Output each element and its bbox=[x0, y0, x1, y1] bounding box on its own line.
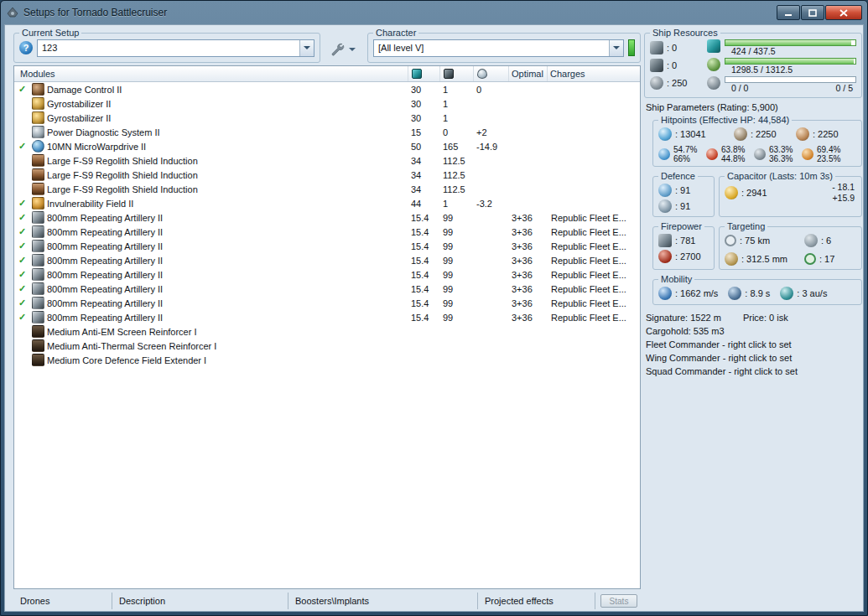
tab-drones[interactable]: Drones bbox=[13, 593, 112, 609]
module-cpu: 15.4 bbox=[408, 213, 440, 223]
cpu-usage-text: 424 / 437.5 bbox=[725, 46, 856, 57]
dropdown-arrow-icon bbox=[609, 40, 623, 56]
module-cpu: 15.4 bbox=[408, 298, 440, 308]
artillery-icon bbox=[32, 297, 44, 309]
powergrid-icon bbox=[707, 58, 720, 71]
character-select[interactable]: [All level V] bbox=[373, 39, 624, 57]
kinetic-armor-resist: 36.3% bbox=[769, 154, 793, 163]
module-powergrid: 112.5 bbox=[440, 184, 474, 194]
module-row[interactable]: ✓ 800mm Repeating Artillery II 15.4 99 3… bbox=[14, 253, 640, 267]
tab-boosters-implants[interactable]: Boosters\Implants bbox=[288, 593, 478, 609]
module-row[interactable]: Gyrostabilizer II 30 1 bbox=[14, 111, 640, 125]
module-cpu: 34 bbox=[408, 156, 440, 166]
bottom-tab-bar: Drones Description Boosters\Implants Pro… bbox=[13, 593, 641, 609]
artillery-icon bbox=[32, 211, 44, 224]
ship-resources-title: Ship Resources bbox=[650, 28, 720, 38]
setup-select[interactable]: 123 bbox=[37, 39, 314, 57]
shield-induction-icon bbox=[32, 168, 44, 181]
tab-projected-effects[interactable]: Projected effects bbox=[478, 593, 595, 609]
module-charges: Republic Fleet E... bbox=[548, 270, 640, 280]
module-row[interactable]: ✓ 10MN MicroWarpdrive II 50 165 -14.9 bbox=[14, 139, 640, 153]
module-cpu: 15 bbox=[408, 127, 440, 137]
signature-text: Signature: 1522 m bbox=[646, 311, 721, 324]
module-powergrid: 0 bbox=[440, 127, 474, 137]
module-row[interactable]: ✓ 800mm Repeating Artillery II 15.4 99 3… bbox=[14, 225, 640, 239]
modules-table-body: ✓ Damage Control II 30 1 0 Gyrostabilize… bbox=[14, 82, 640, 588]
module-row[interactable]: ✓ 800mm Repeating Artillery II 15.4 99 3… bbox=[14, 239, 640, 253]
module-name: Large F-S9 Regolith Shield Induction bbox=[47, 184, 198, 194]
hitpoints-title: Hitpoints (Effective HP: 44,584) bbox=[658, 115, 792, 125]
module-row[interactable]: ✓ Damage Control II 30 1 0 bbox=[14, 82, 640, 96]
fleet-commander-text[interactable]: Fleet Commander - right click to set bbox=[646, 338, 862, 351]
firepower-group: Firepower : 781 : 2700 bbox=[652, 221, 715, 270]
squad-commander-text[interactable]: Squad Commander - right click to set bbox=[646, 365, 862, 378]
module-row[interactable]: Large F-S9 Regolith Shield Induction 34 … bbox=[14, 168, 640, 182]
explosive-shield-resist: 69.4% bbox=[817, 145, 840, 154]
module-row[interactable]: Power Diagnostic System II 15 0 +2 bbox=[14, 125, 640, 139]
cpu-column-header bbox=[408, 66, 440, 81]
artillery-icon bbox=[32, 282, 44, 295]
capacitor-icon bbox=[725, 186, 738, 199]
module-row[interactable]: ✓ 800mm Repeating Artillery II 15.4 99 3… bbox=[14, 210, 640, 225]
module-name: 800mm Repeating Artillery II bbox=[47, 313, 163, 323]
capacitor-column-header bbox=[474, 66, 509, 81]
tab-description[interactable]: Description bbox=[112, 593, 288, 609]
gyrostabilizer-icon bbox=[32, 97, 44, 110]
module-row[interactable]: Medium Anti-EM Screen Reinforcer I bbox=[14, 324, 640, 339]
module-row[interactable]: ✓ 800mm Repeating Artillery II 15.4 99 3… bbox=[14, 310, 640, 324]
cargohold-text: Cargohold: 535 m3 bbox=[646, 324, 862, 338]
minimize-button[interactable] bbox=[777, 5, 800, 20]
targeting-range-value: : 75 km bbox=[740, 236, 770, 246]
close-button[interactable] bbox=[825, 5, 862, 20]
warp-speed-icon bbox=[780, 287, 793, 300]
wrench-icon[interactable] bbox=[330, 43, 345, 57]
capacitor-drain: - 18.1 bbox=[832, 182, 855, 193]
module-cap: -3.2 bbox=[474, 199, 509, 209]
help-icon[interactable]: ? bbox=[19, 41, 33, 54]
module-cpu: 30 bbox=[408, 113, 440, 123]
module-row[interactable]: Gyrostabilizer II 30 1 bbox=[14, 96, 640, 111]
module-row[interactable]: ✓ 800mm Repeating Artillery II 15.4 99 3… bbox=[14, 282, 640, 296]
app-window: Setups for Tornado Battlecruiser Current… bbox=[0, 0, 868, 616]
armor-hp-icon bbox=[734, 127, 747, 141]
module-row[interactable]: Medium Anti-Thermal Screen Reinforcer I bbox=[14, 339, 640, 353]
powergrid-usage-text: 1298.5 / 1312.5 bbox=[725, 65, 856, 75]
tools-dropdown-arrow-icon[interactable] bbox=[347, 43, 357, 56]
thermal-resist-icon bbox=[706, 148, 718, 160]
module-row[interactable]: ✓ Invulnerability Field II 44 1 -3.2 bbox=[14, 196, 640, 210]
module-name: 10MN MicroWarpdrive II bbox=[47, 142, 146, 152]
module-optimal: 3+36 bbox=[509, 270, 548, 280]
damage-control-icon bbox=[32, 83, 44, 96]
module-charges: Republic Fleet E... bbox=[548, 313, 640, 323]
explosive-resist-icon bbox=[802, 148, 813, 160]
explosive-armor-resist: 23.5% bbox=[817, 154, 840, 163]
module-row[interactable]: Medium Core Defence Field Extender I bbox=[14, 353, 640, 367]
stats-button[interactable]: Stats bbox=[600, 594, 637, 608]
max-targets-icon bbox=[804, 234, 818, 247]
firepower-title: Firepower bbox=[658, 221, 704, 231]
turret-hardpoints-value: : 0 bbox=[667, 43, 677, 53]
capacitor-group: Capacitor (Lasts: 10m 3s) : 2941 - 18.1 … bbox=[719, 171, 862, 217]
artillery-icon bbox=[32, 311, 44, 324]
sensor-strength-value: : 17 bbox=[819, 254, 834, 264]
module-powergrid: 165 bbox=[440, 142, 474, 152]
wing-commander-text[interactable]: Wing Commander - right click to set bbox=[646, 351, 862, 365]
module-charges: Republic Fleet E... bbox=[548, 241, 640, 251]
cpu-column-icon bbox=[412, 69, 422, 79]
defence-group: Defence : 91 : 91 bbox=[652, 171, 715, 217]
module-powergrid: 99 bbox=[440, 227, 474, 237]
module-powergrid: 99 bbox=[440, 313, 474, 323]
defence-title: Defence bbox=[658, 171, 698, 181]
maximize-button[interactable] bbox=[801, 5, 824, 20]
module-active-check: ✓ bbox=[18, 298, 29, 308]
module-row[interactable]: ✓ 800mm Repeating Artillery II 15.4 99 3… bbox=[14, 296, 640, 310]
module-row[interactable]: Large F-S9 Regolith Shield Induction 34 … bbox=[14, 153, 640, 168]
module-row[interactable]: Large F-S9 Regolith Shield Induction 34 … bbox=[14, 182, 640, 196]
module-name: 800mm Repeating Artillery II bbox=[47, 284, 163, 294]
module-row[interactable]: ✓ 800mm Repeating Artillery II 15.4 99 3… bbox=[14, 267, 640, 282]
hitpoints-group: Hitpoints (Effective HP: 44,584) : 13041… bbox=[652, 115, 862, 167]
mobility-group: Mobility : 1662 m/s : 8.9 s : 3 au/s bbox=[652, 274, 862, 305]
module-charges: Republic Fleet E... bbox=[548, 298, 640, 308]
microwarpdrive-icon bbox=[32, 140, 44, 153]
module-powergrid: 1 bbox=[440, 85, 474, 95]
